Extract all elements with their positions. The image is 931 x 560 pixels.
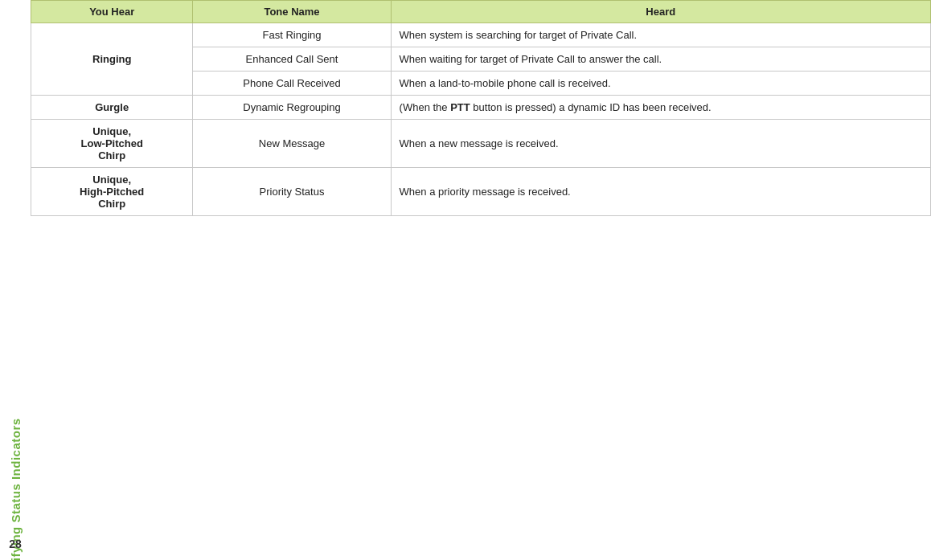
tone-name-enhanced-call: Enhanced Call Sent	[193, 47, 391, 72]
ptt-label: PTT	[450, 101, 470, 113]
heard-fast-ringing: When system is searching for target of P…	[391, 23, 930, 47]
table-row: Unique,High-PitchedChirp Priority Status…	[31, 168, 931, 216]
heard-priority-status: When a priority message is received.	[391, 168, 930, 216]
heard-dynamic-regrouping: (When the PTT button is pressed) a dynam…	[391, 96, 930, 120]
table-header-row: You Hear Tone Name Heard	[31, 1, 931, 23]
sidebar: Identifying Status Indicators 28	[0, 0, 31, 560]
heard-enhanced-call: When waiting for target of Private Call …	[391, 47, 930, 72]
header-heard: Heard	[391, 1, 930, 23]
you-hear-gurgle: Gurgle	[31, 96, 193, 120]
page-number: 28	[9, 538, 22, 550]
you-hear-ringing: Ringing	[31, 23, 193, 96]
tone-name-phone-call: Phone Call Received	[193, 72, 391, 96]
tone-name-new-message: New Message	[193, 120, 391, 168]
tone-name-priority-status: Priority Status	[193, 168, 391, 216]
heard-new-message: When a new message is received.	[391, 120, 930, 168]
heard-phone-call: When a land-to-mobile phone call is rece…	[391, 72, 930, 96]
table-row: Unique,Low-PitchedChirp New Message When…	[31, 120, 931, 168]
table-row: Gurgle Dynamic Regrouping (When the PTT …	[31, 96, 931, 120]
table-row: Ringing Fast Ringing When system is sear…	[31, 23, 931, 47]
main-content: You Hear Tone Name Heard Ringing Fast Ri…	[31, 0, 931, 560]
header-tone-name: Tone Name	[193, 1, 391, 23]
header-you-hear: You Hear	[31, 1, 193, 23]
tone-name-fast-ringing: Fast Ringing	[193, 23, 391, 47]
tone-name-dynamic-regrouping: Dynamic Regrouping	[193, 96, 391, 120]
you-hear-unique-low: Unique,Low-PitchedChirp	[31, 120, 193, 168]
tones-table: You Hear Tone Name Heard Ringing Fast Ri…	[31, 0, 931, 216]
you-hear-unique-high: Unique,High-PitchedChirp	[31, 168, 193, 216]
